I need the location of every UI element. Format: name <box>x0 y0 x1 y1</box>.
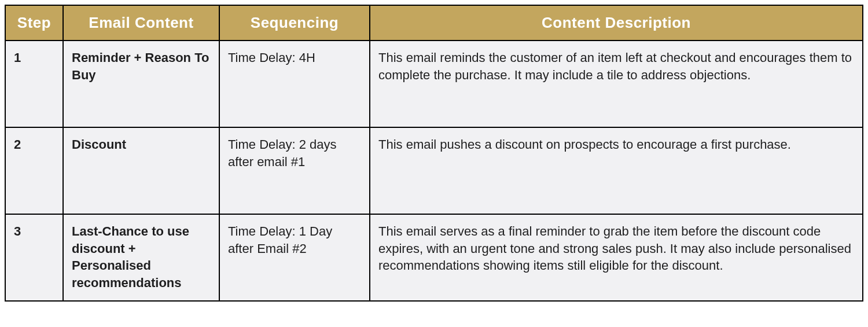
cell-sequencing: Time Delay: 2 days after email #1 <box>219 127 370 214</box>
email-sequence-table: Step Email Content Sequencing Content De… <box>5 5 863 302</box>
cell-step: 3 <box>5 214 63 301</box>
cell-email-content: Last-Chance to use discount + Personalis… <box>63 214 219 301</box>
cell-step: 2 <box>5 127 63 214</box>
table-row: 3 Last-Chance to use discount + Personal… <box>5 214 863 301</box>
header-email-content: Email Content <box>63 5 219 41</box>
cell-content-description: This email reminds the customer of an it… <box>370 41 863 127</box>
cell-sequencing: Time Delay: 4H <box>219 41 370 127</box>
cell-email-content: Reminder + Reason To Buy <box>63 41 219 127</box>
table-header-row: Step Email Content Sequencing Content De… <box>5 5 863 41</box>
header-sequencing: Sequencing <box>219 5 370 41</box>
cell-email-content: Discount <box>63 127 219 214</box>
cell-content-description: This email serves as a final reminder to… <box>370 214 863 301</box>
cell-step: 1 <box>5 41 63 127</box>
table-row: 1 Reminder + Reason To Buy Time Delay: 4… <box>5 41 863 127</box>
cell-sequencing: Time Delay: 1 Day after Email #2 <box>219 214 370 301</box>
header-content-description: Content Description <box>370 5 863 41</box>
header-step: Step <box>5 5 63 41</box>
table-row: 2 Discount Time Delay: 2 days after emai… <box>5 127 863 214</box>
cell-content-description: This email pushes a discount on prospect… <box>370 127 863 214</box>
